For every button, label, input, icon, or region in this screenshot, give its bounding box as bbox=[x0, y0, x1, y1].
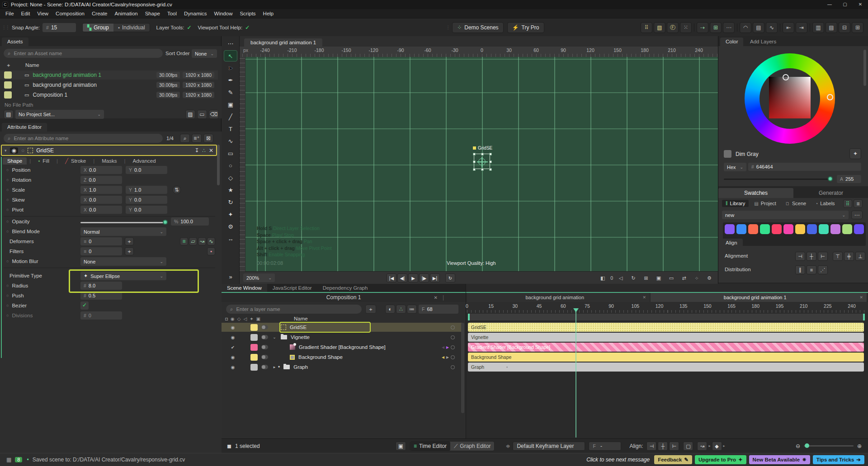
align-right-icon[interactable]: ⇥ bbox=[796, 22, 807, 33]
keyframe-ring-icon[interactable] bbox=[451, 365, 455, 369]
align-center-h-icon[interactable]: ┼ bbox=[807, 252, 816, 261]
polygon-tool[interactable]: ◇ bbox=[224, 172, 237, 184]
eye-icon[interactable]: ◉ bbox=[228, 325, 238, 330]
try-pro-button[interactable]: ⚡ Try Pro bbox=[507, 22, 544, 33]
keyframe-dot-icon[interactable]: ○ bbox=[6, 178, 9, 182]
alpha-field[interactable]: A255 bbox=[837, 175, 861, 183]
ruler-icon[interactable]: ▤ bbox=[753, 22, 764, 33]
menu-item-edit[interactable]: Edit bbox=[18, 9, 34, 18]
asset-row[interactable]: ▭background grid animation30.00fps1920 x… bbox=[0, 80, 218, 89]
sv-selector[interactable] bbox=[783, 74, 789, 80]
eye-icon[interactable]: ◉ bbox=[228, 335, 238, 340]
grid-toggle-icon[interactable]: ⊞ bbox=[641, 273, 651, 282]
demo-dots-icon[interactable]: ∴ bbox=[396, 305, 406, 314]
list-icon[interactable]: ≡ bbox=[180, 237, 188, 245]
grid-view-icon[interactable]: ⠿ bbox=[843, 199, 852, 208]
generator-tab[interactable]: Generator bbox=[793, 188, 868, 198]
demo-dots-icon[interactable]: ∴ bbox=[202, 147, 206, 154]
chevron-down-icon[interactable]: ▾ bbox=[5, 148, 7, 153]
layer-color-swatch[interactable] bbox=[250, 344, 258, 351]
color-swatch[interactable] bbox=[783, 224, 793, 234]
keyframe-dot[interactable]: ● bbox=[506, 366, 508, 368]
go-to-end-button[interactable]: ▶| bbox=[430, 273, 440, 282]
scale-y-field[interactable]: Y1.0 bbox=[126, 186, 167, 194]
swatches-tab[interactable]: Swatches bbox=[718, 188, 793, 198]
chevron-icon[interactable]: ⌄ bbox=[271, 335, 278, 339]
selection-handle[interactable] bbox=[489, 160, 492, 163]
direct-select-tool[interactable]: ➤ bbox=[224, 62, 237, 74]
rotate-tool[interactable]: ↻ bbox=[224, 197, 237, 208]
attribute-search-input[interactable]: ⌕ Enter an Attribute name bbox=[4, 134, 163, 143]
split-horizontal-icon[interactable]: ⊟ bbox=[839, 22, 850, 33]
keyframe-dot-icon[interactable]: ○ bbox=[6, 168, 9, 172]
eye-icon[interactable]: ◉ bbox=[10, 147, 18, 154]
picker-icon[interactable]: ✦ bbox=[6, 62, 11, 69]
viewport-tab[interactable]: background grid animation 1 bbox=[244, 38, 322, 47]
keyframe-dot-icon[interactable]: ○ bbox=[6, 283, 9, 288]
pen-tool[interactable]: ✒ bbox=[224, 75, 237, 86]
bounding-box-icon[interactable]: ▢ bbox=[683, 442, 693, 451]
sort-order-dropdown[interactable]: None⌄ bbox=[192, 49, 217, 58]
time-editor-button[interactable]: ≡ Time Editor bbox=[410, 442, 450, 451]
chevron-icon[interactable]: ▸ bbox=[271, 365, 278, 369]
align-left-icon[interactable]: ⇤ bbox=[783, 22, 794, 33]
grid-dots-icon[interactable]: ⠿ bbox=[641, 22, 652, 33]
wave-path-icon[interactable]: ∿ bbox=[766, 22, 778, 33]
color-swatch[interactable] bbox=[772, 224, 782, 234]
align-middle-v-icon[interactable]: ╪ bbox=[844, 252, 854, 261]
layer-color-swatch[interactable] bbox=[250, 354, 258, 361]
horizontal-ruler[interactable]: px -240-210-180-150-120-90-60-3003060901… bbox=[240, 47, 718, 57]
viewport-zoom-dropdown[interactable]: 200%⌄ bbox=[243, 273, 275, 282]
zoom-in-icon[interactable]: ⊕ bbox=[857, 443, 862, 449]
keyframe-ring-icon[interactable] bbox=[451, 325, 455, 329]
close-icon[interactable]: ✕ bbox=[859, 295, 863, 300]
in-marker-icon[interactable]: ◂ bbox=[442, 344, 444, 350]
go-to-start-button[interactable]: |◀ bbox=[387, 273, 396, 282]
keyboard-icon[interactable]: ▦ bbox=[6, 457, 11, 463]
next-frame-button[interactable]: |▶ bbox=[419, 273, 429, 282]
opacity-slider[interactable] bbox=[80, 222, 166, 223]
zoom-out-icon[interactable]: ⊖ bbox=[796, 443, 800, 449]
layer-row[interactable]: ✔Gradient Shader [Background Shape]◂▸ bbox=[222, 343, 462, 352]
menu-item-help[interactable]: Help bbox=[259, 9, 278, 18]
onion-skin-icon[interactable]: ◧ bbox=[598, 273, 608, 282]
ellipse-tool[interactable]: ○ bbox=[224, 160, 237, 171]
align-right-icon[interactable]: ⊢ bbox=[818, 252, 828, 261]
camera-tool[interactable]: ▣ bbox=[224, 99, 237, 110]
pivot-target-icon[interactable] bbox=[478, 158, 486, 165]
timeline-ruler[interactable]: 0153045607590105120135150165180195210225… bbox=[466, 302, 868, 313]
ellipsis-icon[interactable]: ⋯ bbox=[723, 22, 735, 33]
color-swatch[interactable] bbox=[725, 224, 735, 234]
menu-item-view[interactable]: View bbox=[33, 9, 52, 18]
close-icon[interactable]: ✕ bbox=[642, 295, 646, 300]
opacity-slider-knob[interactable] bbox=[163, 220, 168, 225]
link-icon[interactable]: ↝ bbox=[198, 237, 206, 245]
add-filter-button[interactable]: ＋ bbox=[125, 247, 134, 255]
snapshot-icon[interactable]: ↻ bbox=[628, 273, 638, 282]
eyedropper-icon[interactable]: ✦ bbox=[849, 148, 861, 159]
camera-visibility-toggle[interactable] bbox=[261, 355, 268, 359]
color-swatch[interactable] bbox=[819, 224, 829, 234]
menu-item-scripts[interactable]: Scripts bbox=[236, 9, 259, 18]
deformers-field[interactable]: ≡0 bbox=[80, 237, 122, 245]
attribute-layer-header[interactable]: ▾ ◉ ○ GridSE ↧ ∴ ✕ bbox=[1, 145, 217, 156]
viewport-settings-icon[interactable]: ⚙ bbox=[704, 273, 714, 282]
keyframe-dot-icon[interactable]: ○ bbox=[6, 207, 9, 212]
out-marker-icon[interactable]: ▸ bbox=[446, 354, 449, 360]
loop-button[interactable]: ↻ bbox=[445, 273, 455, 282]
track-vignette[interactable]: Vignette bbox=[468, 333, 864, 342]
menu-item-shape[interactable]: Shape bbox=[142, 9, 164, 18]
layer-row[interactable]: ◉⌄Vignette bbox=[222, 333, 462, 342]
tab-advanced[interactable]: Advanced bbox=[128, 157, 160, 165]
playhead-handle[interactable] bbox=[573, 308, 579, 312]
curve-icon[interactable]: ↝ bbox=[697, 442, 707, 451]
tab-shape[interactable]: Shape bbox=[3, 157, 27, 165]
track-background-shape[interactable]: Background Shape bbox=[468, 353, 864, 362]
keyframe-icon[interactable]: ◆ bbox=[712, 442, 722, 451]
eye-icon[interactable]: ◉ bbox=[228, 365, 238, 370]
arc-icon[interactable]: ◠ bbox=[740, 22, 751, 33]
library-tab-project[interactable]: ▤Project bbox=[750, 200, 780, 207]
current-color-swatch[interactable] bbox=[724, 150, 731, 158]
color-tab[interactable]: Color bbox=[720, 38, 743, 46]
hue-selector[interactable] bbox=[827, 94, 833, 100]
